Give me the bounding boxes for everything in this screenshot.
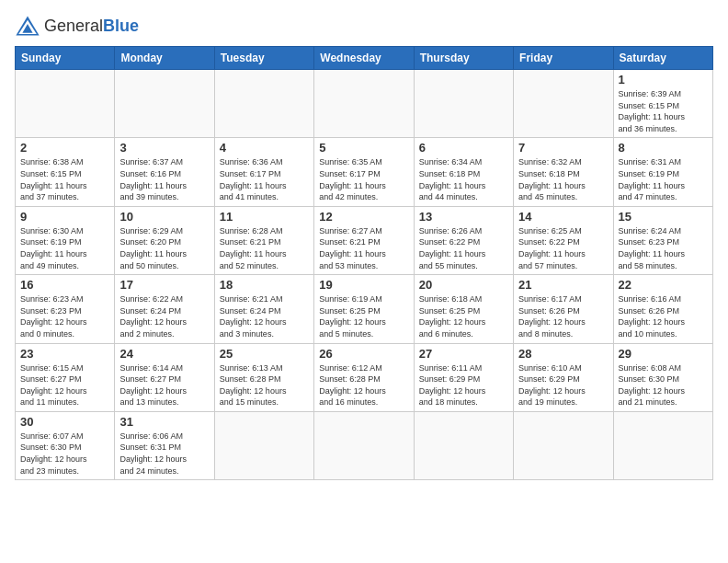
calendar-day-cell — [414, 411, 513, 479]
calendar-day-cell: 15Sunrise: 6:24 AM Sunset: 6:23 PM Dayli… — [613, 206, 712, 274]
calendar-day-cell: 19Sunrise: 6:19 AM Sunset: 6:25 PM Dayli… — [314, 275, 414, 343]
calendar-day-cell: 25Sunrise: 6:13 AM Sunset: 6:28 PM Dayli… — [214, 343, 313, 411]
day-info: Sunrise: 6:38 AM Sunset: 6:15 PM Dayligh… — [20, 156, 109, 202]
calendar-day-cell: 11Sunrise: 6:28 AM Sunset: 6:21 PM Dayli… — [214, 206, 313, 274]
calendar-day-cell — [314, 411, 414, 479]
day-number: 13 — [419, 210, 508, 224]
calendar-day-cell: 30Sunrise: 6:07 AM Sunset: 6:30 PM Dayli… — [16, 411, 115, 479]
calendar-day-cell: 24Sunrise: 6:14 AM Sunset: 6:27 PM Dayli… — [115, 343, 214, 411]
day-info: Sunrise: 6:06 AM Sunset: 6:31 PM Dayligh… — [119, 431, 209, 477]
day-info: Sunrise: 6:13 AM Sunset: 6:28 PM Dayligh… — [220, 362, 309, 408]
day-number: 17 — [119, 278, 209, 292]
calendar-day-cell: 10Sunrise: 6:29 AM Sunset: 6:20 PM Dayli… — [115, 206, 214, 274]
weekday-header-row: SundayMondayTuesdayWednesdayThursdayFrid… — [16, 47, 713, 70]
day-number: 4 — [220, 141, 309, 155]
calendar-day-cell — [214, 70, 313, 138]
calendar-day-cell: 1Sunrise: 6:39 AM Sunset: 6:15 PM Daylig… — [613, 70, 712, 138]
logo-icon — [15, 15, 40, 37]
page: GeneralBlue SundayMondayTuesdayWednesday… — [0, 0, 728, 563]
calendar-day-cell — [514, 411, 613, 479]
day-info: Sunrise: 6:31 AM Sunset: 6:19 PM Dayligh… — [619, 156, 708, 202]
day-number: 11 — [220, 210, 309, 224]
weekday-header-sunday: Sunday — [16, 47, 115, 70]
day-info: Sunrise: 6:18 AM Sunset: 6:25 PM Dayligh… — [419, 293, 508, 339]
day-number: 9 — [20, 210, 109, 224]
calendar-day-cell — [414, 70, 513, 138]
day-number: 10 — [119, 210, 209, 224]
day-info: Sunrise: 6:30 AM Sunset: 6:19 PM Dayligh… — [20, 225, 109, 271]
logo-text: GeneralBlue — [44, 17, 139, 36]
calendar-day-cell: 14Sunrise: 6:25 AM Sunset: 6:22 PM Dayli… — [514, 206, 613, 274]
day-info: Sunrise: 6:12 AM Sunset: 6:28 PM Dayligh… — [319, 362, 408, 408]
day-info: Sunrise: 6:22 AM Sunset: 6:24 PM Dayligh… — [119, 293, 209, 339]
day-number: 8 — [619, 141, 708, 155]
calendar-day-cell: 26Sunrise: 6:12 AM Sunset: 6:28 PM Dayli… — [314, 343, 414, 411]
calendar-day-cell: 29Sunrise: 6:08 AM Sunset: 6:30 PM Dayli… — [613, 343, 712, 411]
calendar-week-row: 30Sunrise: 6:07 AM Sunset: 6:30 PM Dayli… — [16, 411, 713, 479]
calendar-day-cell: 6Sunrise: 6:34 AM Sunset: 6:18 PM Daylig… — [414, 138, 513, 206]
day-number: 2 — [20, 141, 109, 155]
calendar-day-cell: 23Sunrise: 6:15 AM Sunset: 6:27 PM Dayli… — [16, 343, 115, 411]
calendar-day-cell: 27Sunrise: 6:11 AM Sunset: 6:29 PM Dayli… — [414, 343, 513, 411]
calendar-day-cell — [115, 70, 214, 138]
day-info: Sunrise: 6:11 AM Sunset: 6:29 PM Dayligh… — [419, 362, 508, 408]
calendar-week-row: 2Sunrise: 6:38 AM Sunset: 6:15 PM Daylig… — [16, 138, 713, 206]
day-info: Sunrise: 6:08 AM Sunset: 6:30 PM Dayligh… — [619, 362, 708, 408]
day-info: Sunrise: 6:23 AM Sunset: 6:23 PM Dayligh… — [20, 293, 109, 339]
day-info: Sunrise: 6:24 AM Sunset: 6:23 PM Dayligh… — [619, 225, 708, 271]
calendar-day-cell — [514, 70, 613, 138]
calendar-day-cell: 3Sunrise: 6:37 AM Sunset: 6:16 PM Daylig… — [115, 138, 214, 206]
day-info: Sunrise: 6:39 AM Sunset: 6:15 PM Dayligh… — [619, 88, 708, 134]
day-number: 1 — [619, 73, 708, 86]
calendar-day-cell: 21Sunrise: 6:17 AM Sunset: 6:26 PM Dayli… — [514, 275, 613, 343]
calendar-body: 1Sunrise: 6:39 AM Sunset: 6:15 PM Daylig… — [16, 70, 713, 480]
day-number: 29 — [619, 347, 708, 361]
calendar-day-cell: 18Sunrise: 6:21 AM Sunset: 6:24 PM Dayli… — [214, 275, 313, 343]
calendar-day-cell: 2Sunrise: 6:38 AM Sunset: 6:15 PM Daylig… — [16, 138, 115, 206]
calendar-day-cell: 17Sunrise: 6:22 AM Sunset: 6:24 PM Dayli… — [115, 275, 214, 343]
day-number: 26 — [319, 347, 408, 361]
day-info: Sunrise: 6:14 AM Sunset: 6:27 PM Dayligh… — [119, 362, 209, 408]
weekday-header-thursday: Thursday — [414, 47, 513, 70]
calendar-day-cell: 4Sunrise: 6:36 AM Sunset: 6:17 PM Daylig… — [214, 138, 313, 206]
day-number: 22 — [619, 278, 708, 292]
calendar-day-cell — [214, 411, 313, 479]
calendar: SundayMondayTuesdayWednesdayThursdayFrid… — [15, 46, 713, 480]
day-number: 5 — [319, 141, 408, 155]
calendar-week-row: 1Sunrise: 6:39 AM Sunset: 6:15 PM Daylig… — [16, 70, 713, 138]
calendar-day-cell: 8Sunrise: 6:31 AM Sunset: 6:19 PM Daylig… — [613, 138, 712, 206]
day-info: Sunrise: 6:36 AM Sunset: 6:17 PM Dayligh… — [220, 156, 309, 202]
day-number: 16 — [20, 278, 109, 292]
weekday-header-tuesday: Tuesday — [214, 47, 313, 70]
calendar-week-row: 16Sunrise: 6:23 AM Sunset: 6:23 PM Dayli… — [16, 275, 713, 343]
day-number: 7 — [518, 141, 608, 155]
day-info: Sunrise: 6:28 AM Sunset: 6:21 PM Dayligh… — [220, 225, 309, 271]
calendar-day-cell: 9Sunrise: 6:30 AM Sunset: 6:19 PM Daylig… — [16, 206, 115, 274]
day-number: 20 — [419, 278, 508, 292]
calendar-day-cell: 28Sunrise: 6:10 AM Sunset: 6:29 PM Dayli… — [514, 343, 613, 411]
day-info: Sunrise: 6:29 AM Sunset: 6:20 PM Dayligh… — [119, 225, 209, 271]
day-number: 14 — [518, 210, 608, 224]
day-info: Sunrise: 6:37 AM Sunset: 6:16 PM Dayligh… — [119, 156, 209, 202]
day-number: 15 — [619, 210, 708, 224]
day-number: 18 — [220, 278, 309, 292]
day-info: Sunrise: 6:19 AM Sunset: 6:25 PM Dayligh… — [319, 293, 408, 339]
day-info: Sunrise: 6:07 AM Sunset: 6:30 PM Dayligh… — [20, 431, 109, 477]
day-number: 19 — [319, 278, 408, 292]
day-number: 23 — [20, 347, 109, 361]
day-number: 6 — [419, 141, 508, 155]
calendar-day-cell: 31Sunrise: 6:06 AM Sunset: 6:31 PM Dayli… — [115, 411, 214, 479]
day-info: Sunrise: 6:27 AM Sunset: 6:21 PM Dayligh… — [319, 225, 408, 271]
day-info: Sunrise: 6:15 AM Sunset: 6:27 PM Dayligh… — [20, 362, 109, 408]
day-info: Sunrise: 6:26 AM Sunset: 6:22 PM Dayligh… — [419, 225, 508, 271]
calendar-day-cell: 7Sunrise: 6:32 AM Sunset: 6:18 PM Daylig… — [514, 138, 613, 206]
calendar-day-cell — [314, 70, 414, 138]
header: GeneralBlue — [15, 15, 713, 37]
day-info: Sunrise: 6:10 AM Sunset: 6:29 PM Dayligh… — [518, 362, 608, 408]
weekday-header-saturday: Saturday — [613, 47, 712, 70]
day-info: Sunrise: 6:17 AM Sunset: 6:26 PM Dayligh… — [518, 293, 608, 339]
weekday-header-friday: Friday — [514, 47, 613, 70]
calendar-day-cell: 20Sunrise: 6:18 AM Sunset: 6:25 PM Dayli… — [414, 275, 513, 343]
day-number: 31 — [119, 415, 209, 429]
calendar-day-cell: 12Sunrise: 6:27 AM Sunset: 6:21 PM Dayli… — [314, 206, 414, 274]
